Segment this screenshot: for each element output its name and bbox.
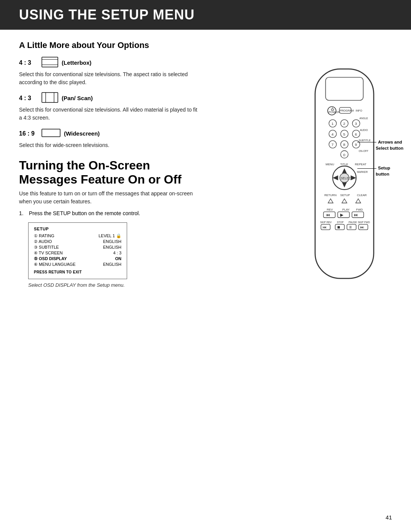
setup-row-5: ⑥ MENU LANGUAGE ENGLISH (34, 262, 121, 267)
panscan-icon (41, 92, 59, 104)
setup-row-4-osd: ⑤ OSD DISPLAY ON (34, 256, 121, 261)
letterbox-icon (41, 56, 59, 69)
desc-letterbox: Select this for conventional size televi… (19, 70, 202, 86)
remote-control-area: POWER ⏻ PROGRAM INFO ANGLE 1 2 3 AUDIO 4… (289, 65, 400, 283)
svg-text:SKIP FWD: SKIP FWD (358, 221, 370, 224)
svg-text:CLEAR: CLEAR (357, 193, 367, 197)
page-header: USING THE SETUP MENU (0, 0, 411, 30)
label-panscan: (Pan/ Scan) (62, 95, 93, 101)
page-title: USING THE SETUP MENU (19, 7, 396, 23)
svg-text:MENU: MENU (326, 163, 335, 166)
svg-text:SKIP REV: SKIP REV (320, 221, 332, 224)
setup-box-footer: PRESS RETURN TO EXIT (34, 270, 121, 274)
svg-text:INFO: INFO (356, 109, 363, 112)
remote-label-arrows: Arrows and Select button Setup button (357, 139, 403, 177)
svg-text:▶: ▶ (340, 212, 344, 217)
svg-text:5: 5 (343, 132, 346, 136)
setup-row-0: ① RATING LEVEL 1 🔒 (34, 233, 121, 238)
setup-row-1: ② AUDIO ENGLISH (34, 239, 121, 244)
ratio-widescreen: 16 : 9 (19, 130, 38, 137)
svg-text:TITLE: TITLE (340, 163, 348, 166)
section2-intro: Use this feature to turn on or turn off … (19, 190, 202, 206)
ratio-panscan: 4 : 3 (19, 95, 38, 102)
svg-text:PROGRAM: PROGRAM (340, 109, 354, 112)
option-row-letterbox: 4 : 3 (Letterbox) (19, 56, 202, 69)
step-list: 1. Press the SETUP button on the remote … (19, 210, 202, 216)
svg-text:3: 3 (355, 121, 357, 126)
option-row-widescreen: 16 : 9 (Widescreen) (19, 127, 202, 140)
svg-text:7: 7 (331, 142, 334, 147)
svg-text:9: 9 (355, 142, 357, 147)
step-1: 1. Press the SETUP button on the remote … (19, 210, 202, 216)
svg-rect-0 (42, 57, 58, 67)
label-letterbox: (Letterbox) (62, 59, 91, 66)
svg-text:PAUSE: PAUSE (349, 221, 357, 224)
svg-text:6: 6 (355, 132, 357, 136)
svg-text:⏮: ⏮ (323, 225, 327, 229)
svg-text:PLAY: PLAY (342, 208, 350, 211)
svg-text:4: 4 (331, 132, 334, 136)
svg-text:8: 8 (343, 142, 346, 147)
desc-widescreen: Select this for wide-screen televisions. (19, 141, 202, 149)
svg-text:RETURN: RETURN (324, 193, 336, 197)
svg-text:STOP: STOP (337, 221, 344, 224)
svg-text:POWER: POWER (328, 110, 339, 114)
widescreen-icon (41, 127, 61, 140)
svg-text:REV: REV (327, 208, 333, 211)
svg-text:FWD: FWD (356, 208, 363, 211)
setup-row-2: ③ SUBTITLE ENGLISH (34, 245, 121, 250)
page-number: 41 (386, 514, 392, 521)
svg-text:⏭: ⏭ (360, 225, 364, 229)
svg-text:⏭: ⏭ (354, 212, 358, 217)
main-content: A Little More about Your Options 4 : 3 (… (0, 40, 221, 288)
svg-text:⏹: ⏹ (337, 225, 341, 229)
setup-menu-box: SETUP ① RATING LEVEL 1 🔒 ② AUDIO ENGLISH… (28, 222, 127, 279)
svg-text:SETUP: SETUP (340, 193, 350, 197)
section1-title: A Little More about Your Options (19, 40, 202, 50)
svg-text:ANGLE: ANGLE (360, 117, 368, 120)
svg-rect-3 (42, 93, 58, 102)
label-widescreen: (Widescreen) (64, 130, 100, 137)
setup-row-3: ④ TV SCREEN 4 : 3 (34, 251, 121, 256)
svg-text:SELECT: SELECT (341, 177, 353, 180)
svg-text:⏸: ⏸ (349, 225, 352, 229)
svg-text:1: 1 (331, 121, 334, 126)
option-row-panscan: 4 : 3 (Pan/ Scan) (19, 92, 202, 104)
section2-title: Turning the On-Screen Messages Feature O… (19, 158, 202, 187)
svg-text:2: 2 (343, 121, 346, 126)
setup-menu-title: SETUP (34, 227, 121, 231)
setup-caption: Select OSD DISPLAY from the Setup menu. (28, 282, 202, 288)
svg-text:0: 0 (343, 153, 346, 157)
svg-text:⏻: ⏻ (331, 107, 334, 111)
svg-text:⏮: ⏮ (326, 212, 330, 217)
svg-text:AUDIO: AUDIO (360, 129, 368, 131)
svg-rect-8 (326, 77, 363, 101)
desc-panscan: Select this for conventional size televi… (19, 106, 202, 122)
svg-rect-6 (42, 129, 60, 137)
ratio-letterbox: 4 : 3 (19, 59, 38, 66)
svg-rect-61 (338, 212, 349, 217)
